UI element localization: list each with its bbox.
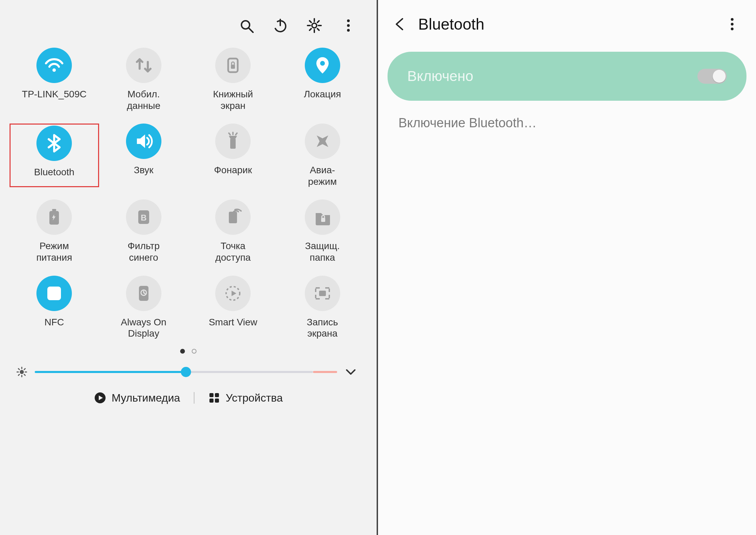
location-icon xyxy=(305,48,340,83)
tile-label: Always On Display xyxy=(121,317,167,339)
tile-label: NFC xyxy=(44,317,64,328)
filter-b-icon xyxy=(126,199,161,235)
tile-wifi[interactable]: TP-LINK_509C xyxy=(10,48,99,111)
tile-label: Авиа- режим xyxy=(308,164,337,187)
updown-icon xyxy=(126,48,161,83)
tile-screen-rec[interactable]: Запись экрана xyxy=(278,276,367,339)
grid-icon xyxy=(208,392,220,404)
tile-hotspot[interactable]: Точка доступа xyxy=(188,199,278,263)
tile-smartview[interactable]: Smart View xyxy=(188,276,278,339)
bluetooth-settings-screen: Bluetooth Включено Включение Bluetooth… xyxy=(378,0,756,535)
bluetooth-master-toggle[interactable]: Включено xyxy=(388,52,746,101)
toggle-switch[interactable] xyxy=(697,69,727,84)
tile-secure-folder[interactable]: Защищ. папка xyxy=(278,199,367,263)
page-title: Bluetooth xyxy=(418,15,712,33)
tile-label: Bluetooth xyxy=(34,166,74,178)
page-dot-inactive xyxy=(192,349,196,354)
aod-icon xyxy=(126,276,161,311)
play-circle-icon xyxy=(94,392,106,404)
panel-bottom-row: Мультимедиа Устройства xyxy=(6,392,371,404)
tile-label: Книжный экран xyxy=(213,88,253,111)
chevron-down-icon[interactable] xyxy=(345,367,357,377)
tile-label: Точка доступа xyxy=(215,240,251,263)
devices-button[interactable]: Устройства xyxy=(208,392,283,404)
quick-tiles-grid: TP-LINK_509CМобил. данныеКнижный экранЛо… xyxy=(6,48,371,339)
sound-icon xyxy=(126,124,161,159)
tile-airplane[interactable]: Авиа- режим xyxy=(278,124,367,187)
tile-power-mode[interactable]: Режим питания xyxy=(10,199,99,263)
tile-label: Локация xyxy=(304,88,341,100)
lock-portrait-icon xyxy=(215,48,251,83)
screen-record-icon xyxy=(305,276,340,311)
status-text: Включение Bluetooth… xyxy=(378,101,756,145)
tile-label: Звук xyxy=(134,164,153,176)
tile-label: Мобил. данные xyxy=(127,88,160,111)
tile-label: Фонарик xyxy=(214,164,252,176)
battery-recycle-icon xyxy=(36,199,72,235)
gear-icon[interactable] xyxy=(306,17,323,34)
multimedia-button[interactable]: Мультимедиа xyxy=(94,392,180,404)
back-icon[interactable] xyxy=(393,16,405,32)
tile-book-screen[interactable]: Книжный экран xyxy=(188,48,278,111)
tile-blue-filter[interactable]: Фильтр синего xyxy=(99,199,189,263)
nfc-icon xyxy=(36,276,72,311)
brightness-row xyxy=(6,354,371,377)
secure-folder-icon xyxy=(305,199,340,235)
tile-sound[interactable]: Звук xyxy=(99,124,189,187)
tile-flashlight[interactable]: Фонарик xyxy=(188,124,278,187)
page-indicator[interactable] xyxy=(6,349,371,354)
brightness-slider[interactable] xyxy=(35,371,337,373)
tile-aod[interactable]: Always On Display xyxy=(99,276,189,339)
quick-settings-panel: TP-LINK_509CМобил. данныеКнижный экранЛо… xyxy=(0,0,378,535)
tile-label: Запись экрана xyxy=(307,317,338,339)
page-dot-active xyxy=(180,349,185,354)
bluetooth-icon xyxy=(36,126,72,161)
wifi-icon xyxy=(36,48,72,83)
flashlight-icon xyxy=(215,124,251,159)
tile-label: Защищ. папка xyxy=(305,240,340,263)
multimedia-label: Мультимедиа xyxy=(112,392,180,404)
brightness-icon xyxy=(16,367,27,377)
devices-label: Устройства xyxy=(226,392,283,404)
hotspot-icon xyxy=(215,199,251,235)
tile-label: TP-LINK_509C xyxy=(22,88,86,100)
search-icon[interactable] xyxy=(238,17,255,34)
tile-mobile-data[interactable]: Мобил. данные xyxy=(99,48,189,111)
more-icon[interactable] xyxy=(340,17,357,34)
tile-label: Smart View xyxy=(209,317,257,328)
smartview-icon xyxy=(215,276,251,311)
tile-label: Режим питания xyxy=(36,240,72,263)
divider xyxy=(194,392,194,404)
tile-bluetooth[interactable]: Bluetooth xyxy=(10,124,99,187)
tile-nfc[interactable]: NFC xyxy=(10,276,99,339)
power-icon[interactable] xyxy=(272,17,289,34)
more-icon[interactable] xyxy=(725,17,740,32)
toggle-label: Включено xyxy=(407,68,473,84)
screen-header: Bluetooth xyxy=(378,0,756,48)
tile-label: Фильтр синего xyxy=(128,240,160,263)
tile-location[interactable]: Локация xyxy=(278,48,367,111)
airplane-icon xyxy=(305,124,340,159)
panel-top-icons xyxy=(6,7,371,48)
